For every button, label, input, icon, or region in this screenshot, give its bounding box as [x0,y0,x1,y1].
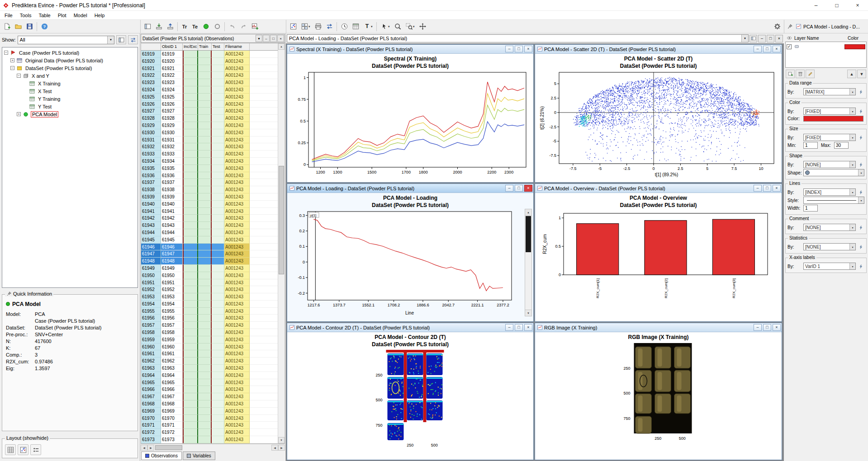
color-swatch-button[interactable] [803,116,863,122]
filename-cell[interactable]: A001243 [224,429,250,436]
test-cell[interactable] [212,393,224,400]
train-cell[interactable] [198,322,212,329]
inc-exc-cell[interactable] [183,400,198,408]
save-button[interactable] [24,21,35,32]
row-id-cell[interactable]: 61936 [141,172,161,179]
scroll-down-button[interactable]: ▼ [278,437,285,443]
minimize-button[interactable]: – [505,185,513,192]
row-id-cell[interactable]: 61958 [141,329,161,336]
window-close-button[interactable]: × [847,0,868,10]
inc-exc-cell[interactable] [183,186,198,193]
test-cell[interactable] [212,72,224,79]
filename-cell[interactable]: A001243 [224,136,250,144]
row-id-cell[interactable]: 61966 [141,386,161,393]
scroll-track[interactable] [154,445,271,451]
train-cell[interactable] [198,265,212,272]
row-id-cell[interactable]: 61967 [141,393,161,400]
obsid-cell[interactable]: 61927 [161,108,183,115]
train-cell[interactable] [198,236,212,244]
table-row[interactable]: 6196761967A001243 [141,393,278,400]
obsid-cell[interactable]: 61925 [161,94,183,101]
inc-exc-cell[interactable] [183,72,198,79]
train-cell[interactable] [198,422,212,429]
close-button[interactable]: × [773,46,781,52]
filename-cell[interactable]: A001243 [224,179,250,186]
inc-exc-cell[interactable] [183,379,198,386]
inc-exc-cell[interactable] [183,293,198,301]
filename-cell[interactable]: A001243 [224,215,250,222]
obsid-cell[interactable]: 61938 [161,186,183,193]
import-button[interactable] [153,21,164,32]
obsid-cell[interactable]: 61948 [161,258,183,265]
filename-cell[interactable]: A001243 [224,250,250,258]
inc-exc-cell[interactable] [183,336,198,343]
table-row[interactable]: 6196961969A001243 [141,408,278,415]
close-button[interactable]: × [773,324,781,331]
row-id-cell[interactable]: 61965 [141,379,161,386]
inc-exc-cell[interactable] [183,201,198,208]
obsid-cell[interactable]: 61946 [161,244,183,251]
train-cell[interactable] [198,158,212,165]
table-row[interactable]: 6192861928A001243 [141,115,278,122]
obsid-cell[interactable]: 61926 [161,101,183,108]
window-titlebar[interactable]: PCA Model - Loading - DataSet (Powder PL… [287,184,533,193]
train-cell[interactable] [198,329,212,336]
overview-chart[interactable]: 00.51R2X_cum[1]R2X_cum[2]R2X_cum[3]R2X_c… [537,209,779,317]
zoom-button[interactable] [392,21,403,32]
formula-icon[interactable] [857,161,864,168]
show-table-button[interactable] [350,21,361,32]
formula-icon[interactable] [857,224,864,231]
inc-exc-cell[interactable] [183,436,198,443]
filename-cell[interactable]: A001243 [224,329,250,336]
row-id-cell[interactable]: 61925 [141,94,161,101]
test-cell[interactable] [212,286,224,293]
settings-gear-button[interactable] [772,21,783,32]
obsid-cell[interactable]: 61930 [161,129,183,136]
inc-exc-cell[interactable] [183,108,198,115]
chevron-down-icon[interactable]: ▾ [413,25,417,28]
row-id-cell[interactable]: 61933 [141,151,161,158]
train-cell[interactable] [198,350,212,358]
table-row[interactable]: 6194061940A001243 [141,201,278,208]
inc-exc-cell[interactable] [183,286,198,293]
table-row[interactable]: 6196261962A001243 [141,358,278,365]
filename-cell[interactable]: A001243 [224,408,250,415]
new-analysis-button[interactable] [1,21,12,32]
table-row[interactable]: 6197261972A001243 [141,429,278,436]
scroll-thumb[interactable] [279,166,284,274]
close-button[interactable]: × [524,46,532,52]
filename-cell[interactable]: A001243 [224,308,250,315]
table-row[interactable]: 6191961919A001243 [141,51,278,58]
row-id-cell[interactable]: 61939 [141,193,161,201]
obsid-cell[interactable]: 61935 [161,165,183,172]
move-layer-up-button[interactable]: ▲ [847,70,856,78]
obsid-cell[interactable]: 61968 [161,400,183,408]
row-id-cell[interactable]: 61959 [141,336,161,343]
chevron-down-icon[interactable]: ▾ [308,25,312,28]
float-window-button[interactable] [749,35,757,42]
tree-expander-icon[interactable]: + [10,58,14,62]
pan-button[interactable] [417,21,428,32]
train-cell[interactable] [198,151,212,158]
train-cell[interactable] [198,86,212,94]
obsid-cell[interactable]: 61923 [161,79,183,86]
filename-cell[interactable]: A001243 [224,236,250,244]
train-cell[interactable] [198,51,212,58]
inc-exc-cell[interactable] [183,279,198,287]
train-cell[interactable] [198,400,212,408]
row-id-cell[interactable]: 61968 [141,400,161,408]
row-id-cell[interactable]: 61935 [141,165,161,172]
tree-item-case-powder-pls-tutorial-[interactable]: −Case (Powder PLS tutorial) [2,49,138,56]
inc-exc-cell[interactable] [183,86,198,94]
inc-exc-cell[interactable] [183,101,198,108]
layer-row[interactable]: ✓ [787,43,865,50]
inc-exc-cell[interactable] [183,122,198,129]
table-row[interactable]: 6192661926A001243 [141,101,278,108]
obsid-cell[interactable]: 61947 [161,250,183,258]
obsid-cell[interactable]: 61953 [161,293,183,301]
table-row[interactable]: 6195561955A001243 [141,308,278,315]
train-cell[interactable] [198,429,212,436]
scroll-track[interactable] [278,50,285,437]
table-row[interactable]: 6192961929A001243 [141,122,278,129]
maximize-button[interactable]: □ [515,185,523,192]
